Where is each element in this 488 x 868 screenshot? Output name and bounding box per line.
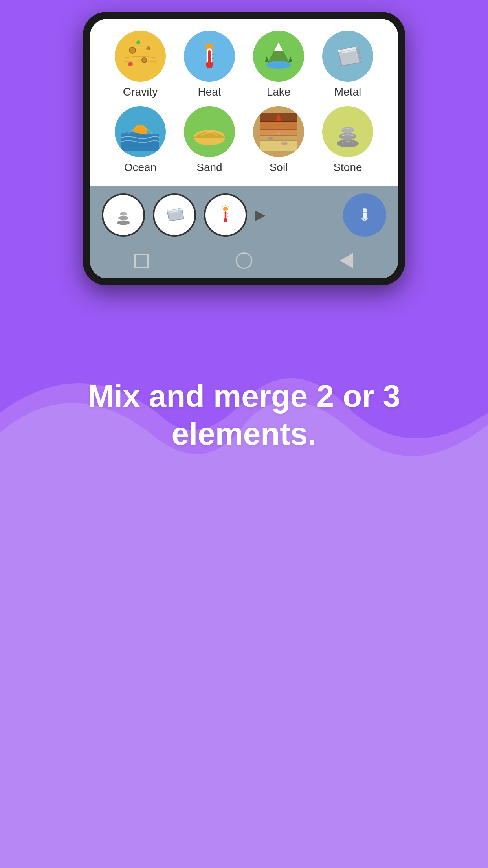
svg-point-53 (117, 221, 130, 225)
tray-stone-icon[interactable] (102, 193, 145, 237)
svg-point-51 (339, 133, 356, 140)
phone-mockup: Gravity (83, 12, 405, 285)
svg-point-50 (337, 140, 359, 147)
svg-point-6 (136, 40, 140, 44)
element-soil[interactable]: Soil (249, 106, 308, 174)
bottom-tray: ▶ (90, 186, 398, 245)
tray-metal-icon[interactable] (153, 193, 196, 237)
stone-label: Stone (333, 161, 362, 174)
svg-point-46 (281, 142, 288, 145)
lake-icon (253, 31, 304, 82)
element-stone[interactable]: Stone (318, 106, 377, 174)
soil-label: Soil (270, 161, 288, 174)
svg-rect-39 (260, 136, 297, 140)
navigation-bar (90, 245, 398, 278)
gravity-label: Gravity (123, 86, 158, 98)
sand-icon (184, 106, 235, 157)
nav-back-button[interactable] (337, 251, 356, 270)
elements-row-2: Ocean (106, 106, 382, 174)
tray-more-arrow[interactable]: ▶ (255, 208, 265, 223)
metal-label: Metal (334, 86, 361, 98)
nav-home-button[interactable] (234, 251, 254, 270)
nav-square-icon (134, 254, 149, 268)
caption-section: Mix and merge 2 or 3 elements. (67, 377, 421, 453)
svg-line-61 (229, 206, 229, 207)
soil-icon (253, 106, 304, 157)
nav-home-icon (236, 252, 252, 269)
svg-point-55 (120, 212, 127, 216)
svg-point-3 (142, 58, 147, 63)
svg-point-21 (266, 61, 291, 69)
elements-row-1: Gravity (106, 31, 382, 98)
element-metal[interactable]: Metal (318, 31, 377, 98)
svg-point-65 (224, 218, 228, 223)
stone-icon (322, 106, 373, 157)
svg-point-5 (128, 62, 133, 66)
svg-point-52 (341, 127, 354, 133)
element-lake[interactable]: Lake (249, 31, 308, 98)
heat-label: Heat (198, 86, 221, 98)
sand-label: Sand (196, 161, 222, 174)
nav-back-icon (340, 253, 353, 268)
svg-point-71 (364, 219, 365, 220)
caption-text: Mix and merge 2 or 3 elements. (67, 377, 421, 453)
lake-label: Lake (267, 86, 291, 98)
element-heat[interactable]: Heat (180, 31, 239, 98)
svg-rect-40 (260, 140, 297, 151)
svg-line-62 (222, 206, 223, 207)
elements-grid: Gravity (90, 19, 398, 186)
heat-icon (184, 31, 235, 82)
svg-rect-64 (225, 211, 227, 219)
metal-icon (322, 31, 373, 82)
svg-rect-13 (208, 50, 211, 63)
nav-recents-button[interactable] (132, 251, 151, 270)
svg-rect-37 (260, 121, 297, 129)
gravity-icon (115, 31, 166, 82)
tray-action-button[interactable] (343, 193, 386, 237)
svg-point-45 (268, 137, 273, 140)
svg-point-54 (118, 216, 128, 220)
tray-items: ▶ (102, 193, 265, 237)
element-sand[interactable]: Sand (180, 106, 239, 174)
ocean-label: Ocean (124, 161, 157, 174)
element-ocean[interactable]: Ocean (111, 106, 170, 174)
element-gravity[interactable]: Gravity (111, 31, 170, 98)
svg-point-47 (277, 132, 281, 135)
svg-point-4 (147, 47, 150, 50)
svg-point-2 (129, 47, 136, 53)
tray-heat-icon[interactable] (204, 193, 247, 237)
ocean-icon (115, 106, 166, 157)
svg-point-14 (206, 61, 213, 68)
